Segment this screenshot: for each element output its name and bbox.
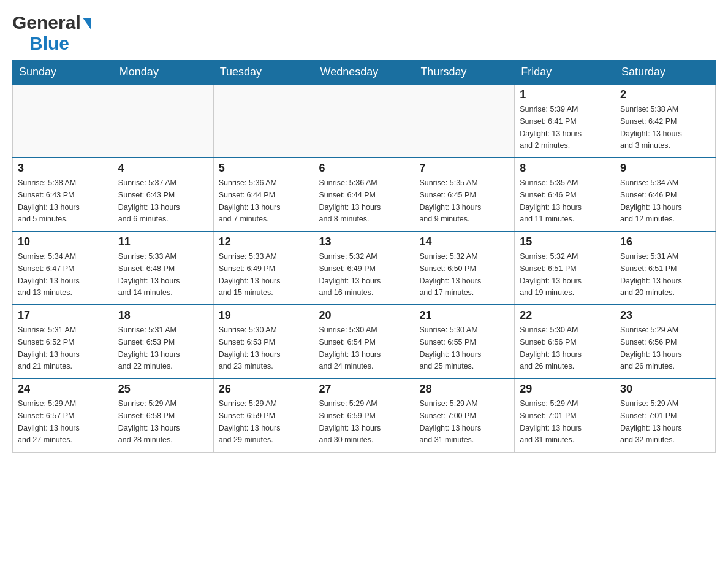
weekday-header-friday: Friday [515, 61, 615, 85]
day-info: Sunrise: 5:35 AM Sunset: 6:45 PM Dayligh… [419, 178, 481, 223]
day-info: Sunrise: 5:29 AM Sunset: 6:58 PM Dayligh… [118, 399, 180, 444]
weekday-header-wednesday: Wednesday [314, 61, 414, 85]
day-number: 15 [520, 236, 610, 248]
day-info: Sunrise: 5:31 AM Sunset: 6:53 PM Dayligh… [118, 326, 180, 370]
page-header: General Blue [12, 12, 716, 54]
calendar-cell: 25Sunrise: 5:29 AM Sunset: 6:58 PM Dayli… [113, 378, 213, 452]
day-number: 28 [419, 383, 509, 396]
day-number: 16 [620, 236, 710, 248]
day-info: Sunrise: 5:32 AM Sunset: 6:50 PM Dayligh… [419, 252, 481, 297]
day-number: 22 [520, 309, 610, 322]
weekday-header-row: SundayMondayTuesdayWednesdayThursdayFrid… [13, 61, 716, 85]
calendar-cell: 7Sunrise: 5:35 AM Sunset: 6:45 PM Daylig… [414, 158, 515, 231]
day-info: Sunrise: 5:34 AM Sunset: 6:47 PM Dayligh… [18, 252, 80, 297]
day-info: Sunrise: 5:31 AM Sunset: 6:51 PM Dayligh… [620, 252, 682, 297]
calendar-cell [213, 84, 314, 158]
weekday-header-sunday: Sunday [13, 61, 113, 85]
calendar-cell: 18Sunrise: 5:31 AM Sunset: 6:53 PM Dayli… [113, 305, 213, 378]
calendar-week-2: 3Sunrise: 5:38 AM Sunset: 6:43 PM Daylig… [13, 158, 716, 231]
day-number: 13 [319, 236, 409, 248]
calendar-cell: 12Sunrise: 5:33 AM Sunset: 6:49 PM Dayli… [213, 231, 314, 305]
day-number: 5 [219, 162, 309, 175]
calendar-cell: 4Sunrise: 5:37 AM Sunset: 6:43 PM Daylig… [113, 158, 213, 231]
day-number: 17 [18, 309, 108, 322]
calendar-week-4: 17Sunrise: 5:31 AM Sunset: 6:52 PM Dayli… [13, 305, 716, 378]
logo-blue-text: Blue [29, 33, 69, 54]
day-number: 4 [118, 162, 208, 175]
day-info: Sunrise: 5:38 AM Sunset: 6:42 PM Dayligh… [620, 105, 682, 150]
day-number: 26 [219, 383, 309, 396]
day-number: 7 [419, 162, 509, 175]
calendar-cell [13, 84, 113, 158]
calendar-cell: 21Sunrise: 5:30 AM Sunset: 6:55 PM Dayli… [414, 305, 515, 378]
day-number: 10 [18, 236, 108, 248]
calendar-cell: 30Sunrise: 5:29 AM Sunset: 7:01 PM Dayli… [615, 378, 716, 452]
day-number: 8 [520, 162, 610, 175]
day-info: Sunrise: 5:38 AM Sunset: 6:43 PM Dayligh… [18, 178, 80, 223]
calendar-cell: 29Sunrise: 5:29 AM Sunset: 7:01 PM Dayli… [515, 378, 615, 452]
day-info: Sunrise: 5:29 AM Sunset: 7:01 PM Dayligh… [620, 399, 682, 444]
calendar-cell: 10Sunrise: 5:34 AM Sunset: 6:47 PM Dayli… [13, 231, 113, 305]
day-number: 19 [219, 309, 309, 322]
day-number: 3 [18, 162, 108, 175]
calendar-cell: 26Sunrise: 5:29 AM Sunset: 6:59 PM Dayli… [213, 378, 314, 452]
day-number: 2 [620, 88, 710, 101]
calendar-cell: 16Sunrise: 5:31 AM Sunset: 6:51 PM Dayli… [615, 231, 716, 305]
calendar-cell: 2Sunrise: 5:38 AM Sunset: 6:42 PM Daylig… [615, 84, 716, 158]
logo-triangle-icon [83, 18, 91, 30]
day-info: Sunrise: 5:32 AM Sunset: 6:49 PM Dayligh… [319, 252, 381, 297]
day-info: Sunrise: 5:30 AM Sunset: 6:56 PM Dayligh… [520, 326, 582, 370]
calendar-cell: 8Sunrise: 5:35 AM Sunset: 6:46 PM Daylig… [515, 158, 615, 231]
calendar-week-5: 24Sunrise: 5:29 AM Sunset: 6:57 PM Dayli… [13, 378, 716, 452]
calendar-cell: 19Sunrise: 5:30 AM Sunset: 6:53 PM Dayli… [213, 305, 314, 378]
logo-general-text: General [12, 12, 81, 33]
day-number: 21 [419, 309, 509, 322]
day-number: 27 [319, 383, 409, 396]
day-info: Sunrise: 5:34 AM Sunset: 6:46 PM Dayligh… [620, 178, 682, 223]
calendar-cell: 20Sunrise: 5:30 AM Sunset: 6:54 PM Dayli… [314, 305, 414, 378]
day-info: Sunrise: 5:39 AM Sunset: 6:41 PM Dayligh… [520, 105, 582, 150]
logo: General Blue [12, 12, 91, 54]
day-info: Sunrise: 5:29 AM Sunset: 7:00 PM Dayligh… [419, 399, 481, 444]
day-number: 1 [520, 88, 610, 101]
day-number: 24 [18, 383, 108, 396]
calendar-cell: 3Sunrise: 5:38 AM Sunset: 6:43 PM Daylig… [13, 158, 113, 231]
calendar-cell: 27Sunrise: 5:29 AM Sunset: 6:59 PM Dayli… [314, 378, 414, 452]
day-info: Sunrise: 5:29 AM Sunset: 6:56 PM Dayligh… [620, 326, 682, 370]
day-info: Sunrise: 5:36 AM Sunset: 6:44 PM Dayligh… [319, 178, 381, 223]
calendar-cell: 22Sunrise: 5:30 AM Sunset: 6:56 PM Dayli… [515, 305, 615, 378]
day-info: Sunrise: 5:30 AM Sunset: 6:54 PM Dayligh… [319, 326, 381, 370]
day-info: Sunrise: 5:29 AM Sunset: 6:57 PM Dayligh… [18, 399, 80, 444]
calendar-table: SundayMondayTuesdayWednesdayThursdayFrid… [12, 60, 716, 453]
calendar-cell: 23Sunrise: 5:29 AM Sunset: 6:56 PM Dayli… [615, 305, 716, 378]
calendar-cell: 17Sunrise: 5:31 AM Sunset: 6:52 PM Dayli… [13, 305, 113, 378]
day-number: 30 [620, 383, 710, 396]
day-info: Sunrise: 5:30 AM Sunset: 6:53 PM Dayligh… [219, 326, 281, 370]
weekday-header-monday: Monday [113, 61, 213, 85]
day-info: Sunrise: 5:36 AM Sunset: 6:44 PM Dayligh… [219, 178, 281, 223]
calendar-cell: 13Sunrise: 5:32 AM Sunset: 6:49 PM Dayli… [314, 231, 414, 305]
calendar-cell: 5Sunrise: 5:36 AM Sunset: 6:44 PM Daylig… [213, 158, 314, 231]
calendar-week-1: 1Sunrise: 5:39 AM Sunset: 6:41 PM Daylig… [13, 84, 716, 158]
day-number: 23 [620, 309, 710, 322]
day-info: Sunrise: 5:32 AM Sunset: 6:51 PM Dayligh… [520, 252, 582, 297]
calendar-cell: 24Sunrise: 5:29 AM Sunset: 6:57 PM Dayli… [13, 378, 113, 452]
day-number: 29 [520, 383, 610, 396]
weekday-header-thursday: Thursday [414, 61, 515, 85]
calendar-cell: 6Sunrise: 5:36 AM Sunset: 6:44 PM Daylig… [314, 158, 414, 231]
weekday-header-tuesday: Tuesday [213, 61, 314, 85]
day-number: 25 [118, 383, 208, 396]
day-number: 11 [118, 236, 208, 248]
day-number: 18 [118, 309, 208, 322]
calendar-cell: 14Sunrise: 5:32 AM Sunset: 6:50 PM Dayli… [414, 231, 515, 305]
weekday-header-saturday: Saturday [615, 61, 716, 85]
day-number: 12 [219, 236, 309, 248]
calendar-cell [113, 84, 213, 158]
calendar-cell [314, 84, 414, 158]
day-info: Sunrise: 5:29 AM Sunset: 6:59 PM Dayligh… [319, 399, 381, 444]
day-info: Sunrise: 5:30 AM Sunset: 6:55 PM Dayligh… [419, 326, 481, 370]
day-info: Sunrise: 5:29 AM Sunset: 7:01 PM Dayligh… [520, 399, 582, 444]
day-number: 14 [419, 236, 509, 248]
calendar-cell: 1Sunrise: 5:39 AM Sunset: 6:41 PM Daylig… [515, 84, 615, 158]
day-number: 6 [319, 162, 409, 175]
